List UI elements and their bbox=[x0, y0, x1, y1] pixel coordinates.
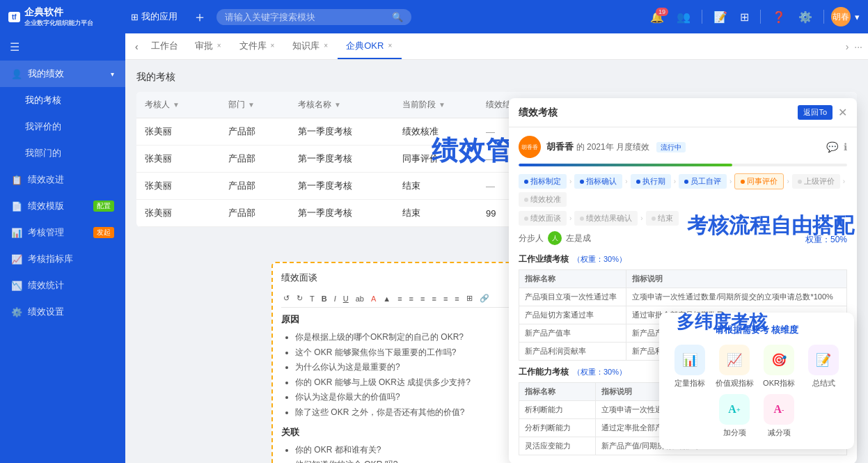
work-kpi-title: 工作业绩考核 bbox=[519, 253, 569, 265]
cell-person-4: 张美丽 bbox=[136, 200, 220, 226]
start-badge: 发起 bbox=[93, 227, 114, 238]
toolbar-redo[interactable]: ↻ bbox=[294, 292, 305, 304]
kpi-icon: 📈 bbox=[11, 254, 22, 265]
tab-close-files[interactable]: × bbox=[269, 42, 276, 49]
chat-icon[interactable]: 💬 bbox=[826, 141, 838, 152]
my-apps-button[interactable]: ⊞ 我的应用 bbox=[125, 8, 183, 26]
apps-grid-button[interactable]: ⊞ bbox=[736, 8, 753, 26]
toolbar-italic[interactable]: I bbox=[332, 293, 338, 304]
tab-bar: ‹ 工作台 审批 × 文件库 × 知识库 × 企典OKR × › ·· bbox=[125, 33, 868, 60]
sidebar-item-my-dept[interactable]: 我部门的 bbox=[0, 140, 125, 166]
step-indicator-1: 指标制定 bbox=[519, 174, 567, 189]
notification-button[interactable]: 🔔 19 bbox=[646, 8, 668, 26]
sidebar-collapse-button[interactable]: ☰ bbox=[0, 33, 125, 61]
values-icon-box: 📈 bbox=[719, 345, 750, 375]
toolbar-indent[interactable]: ≡ bbox=[452, 293, 461, 304]
toolbar-align-center[interactable]: ≡ bbox=[407, 293, 416, 304]
filter-stage-icon[interactable]: ▼ bbox=[439, 101, 445, 109]
tab-files[interactable]: 文件库 × bbox=[231, 34, 285, 59]
toolbar-bold[interactable]: B bbox=[319, 293, 329, 304]
sidebar-item-my-review[interactable]: 我的考核 bbox=[0, 87, 125, 113]
logo-icon: tf bbox=[8, 12, 20, 22]
filter-person-icon[interactable]: ▼ bbox=[173, 101, 180, 109]
dim-icon-okr[interactable]: 🎯 OKR指标 bbox=[759, 345, 798, 389]
tab-prev-button[interactable]: ‹ bbox=[131, 38, 143, 55]
content-area: ‹ 工作台 审批 × 文件库 × 知识库 × 企典OKR × › ·· bbox=[125, 33, 868, 463]
step-dot bbox=[684, 180, 688, 184]
toolbar-underline[interactable]: U bbox=[341, 293, 351, 304]
toolbar-font-color[interactable]: A bbox=[369, 293, 378, 304]
review-user-name: 胡香香 bbox=[546, 141, 574, 152]
dim-icon-summary[interactable]: 📝 总结式 bbox=[804, 345, 843, 389]
user-info-row: 胡香香 胡香香 的 2021年 月度绩效 流行中 💬 ℹ bbox=[519, 136, 847, 158]
user-dropdown[interactable]: ▾ bbox=[855, 12, 860, 22]
step-dot bbox=[798, 180, 802, 184]
sidebar-item-perf-settings[interactable]: ⚙️ 绩效设置 bbox=[0, 299, 125, 325]
help-button[interactable]: ❓ bbox=[768, 8, 790, 26]
toolbar-align-left[interactable]: ≡ bbox=[395, 293, 404, 304]
work-kpi-header: 工作业绩考核 （权重：30%） bbox=[519, 253, 847, 265]
settings-button[interactable]: ⚙️ bbox=[794, 8, 816, 26]
sidebar-item-perf-improve[interactable]: 📋 绩效改进 bbox=[0, 166, 125, 193]
toolbar-list[interactable]: ≡ bbox=[429, 293, 438, 304]
tab-approval[interactable]: 审批 × bbox=[187, 34, 231, 59]
review-panel-back-button[interactable]: 返回To bbox=[798, 105, 833, 120]
sidebar-item-perf-template[interactable]: 📄 绩效模版 配置 bbox=[0, 193, 125, 219]
cell-dept-1: 产品部 bbox=[220, 118, 290, 145]
tab-knowledge[interactable]: 知识库 × bbox=[284, 34, 338, 59]
info-icon[interactable]: ℹ bbox=[844, 141, 847, 152]
toolbar-strikethrough[interactable]: ab bbox=[354, 293, 366, 304]
sidebar-item-perf-stats[interactable]: 📉 绩效统计 bbox=[0, 272, 125, 299]
add-button[interactable]: ＋ bbox=[189, 8, 211, 26]
toolbar-link[interactable]: 🔗 bbox=[478, 292, 491, 304]
toolbar-highlight[interactable]: ▲ bbox=[381, 293, 393, 304]
dim-icon-bonus[interactable]: A+ 加分项 bbox=[719, 394, 750, 438]
review-desc: 的 2021年 月度绩效 bbox=[576, 142, 649, 152]
dim-icon-values[interactable]: 📈 价值观指标 bbox=[715, 345, 754, 389]
sidebar-item-review-kpi[interactable]: 📈 考核指标库 bbox=[0, 246, 125, 272]
dim-icon-deduct[interactable]: A- 减分项 bbox=[764, 394, 794, 438]
nav-right-area: 🔔 19 👥 📝 ⊞ ❓ ⚙️ 胡春 ▾ bbox=[646, 7, 860, 26]
edit-button[interactable]: 📝 bbox=[709, 8, 732, 26]
contacts-button[interactable]: 👥 bbox=[672, 8, 695, 26]
step-indicator-2: 指标确认 bbox=[574, 174, 622, 189]
toolbar-text-style[interactable]: T bbox=[308, 293, 317, 304]
search-bar: 🔍 bbox=[216, 9, 411, 25]
cell-name-3: 第一季度考核 bbox=[290, 173, 394, 199]
toolbar-table[interactable]: ⊞ bbox=[464, 292, 475, 304]
search-input[interactable] bbox=[225, 12, 388, 22]
step-indicator-5: 同事评价 bbox=[734, 173, 784, 189]
col-header-dept: 部门 ▼ bbox=[220, 92, 290, 118]
chart-icon: 📊 bbox=[11, 228, 22, 238]
tab-more-button[interactable]: › bbox=[846, 41, 849, 52]
tab-close-knowledge[interactable]: × bbox=[322, 42, 329, 49]
tab-overflow-button[interactable]: ··· bbox=[854, 41, 862, 52]
step-arrow: › bbox=[569, 178, 571, 185]
tab-close-okr[interactable]: × bbox=[386, 42, 393, 49]
filter-dept-icon[interactable]: ▼ bbox=[248, 101, 255, 109]
headline-flow: 考核流程自由搭配 bbox=[687, 212, 854, 240]
assignee-avatar: 人 bbox=[548, 231, 562, 245]
tab-okr[interactable]: 企典OKR × bbox=[338, 34, 402, 59]
chevron-icon: ▾ bbox=[111, 70, 114, 78]
user-avatar[interactable]: 胡春 bbox=[831, 7, 851, 26]
cell-person-1: 张美丽 bbox=[136, 118, 220, 145]
tab-workbench[interactable]: 工作台 bbox=[143, 34, 187, 59]
review-panel-close-button[interactable]: ✕ bbox=[838, 106, 847, 119]
toolbar-align-right[interactable]: ≡ bbox=[418, 293, 427, 304]
tab-close-approval[interactable]: × bbox=[216, 42, 223, 49]
filter-name-icon[interactable]: ▼ bbox=[334, 101, 341, 109]
dim-icon-quantitative[interactable]: 📊 定量指标 bbox=[670, 345, 709, 389]
toolbar-ordered-list[interactable]: ≡ bbox=[441, 293, 450, 304]
review-tag: 流行中 bbox=[656, 142, 686, 152]
sidebar-item-my-performance[interactable]: 👤 我的绩效 ▾ bbox=[0, 61, 125, 87]
cell-name-4: 第一季度考核 bbox=[290, 200, 394, 226]
top-navigation: tf 企典软件 企业数字化组织能力平台 ⊞ 我的应用 ＋ 🔍 🔔 19 👥 📝 … bbox=[0, 0, 868, 33]
toolbar-undo[interactable]: ↺ bbox=[281, 292, 292, 304]
step-dot bbox=[636, 180, 640, 184]
review-panel-title: 绩效考核 bbox=[519, 107, 798, 119]
sidebar-item-review-mgmt[interactable]: 📊 考核管理 发起 bbox=[0, 219, 125, 246]
step-dot bbox=[580, 217, 584, 221]
nav-divider3 bbox=[823, 10, 824, 24]
sidebar-item-my-eval[interactable]: 我评价的 bbox=[0, 113, 125, 140]
